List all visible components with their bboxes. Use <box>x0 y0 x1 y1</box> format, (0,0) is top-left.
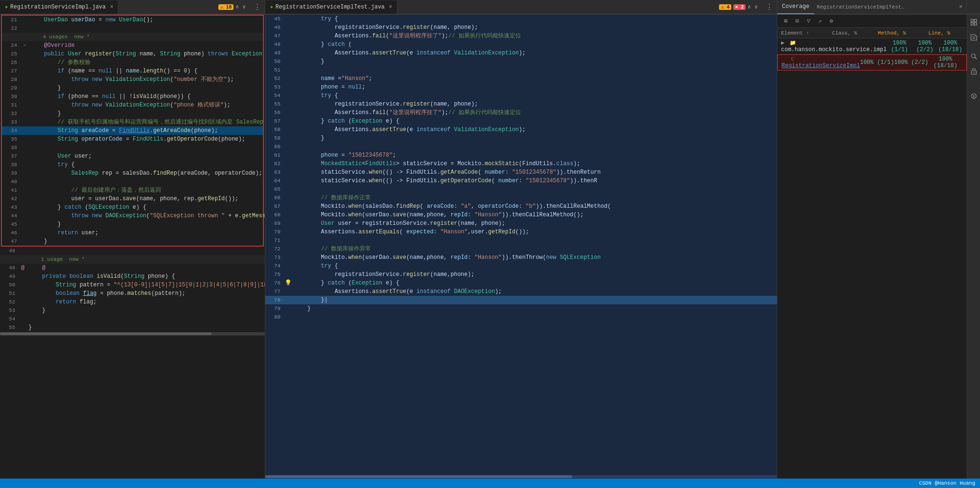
code-line-32: 32 } <box>2 109 263 118</box>
code-line-31: 31 throw new ValidationException("phone … <box>2 101 263 109</box>
package-class-pct: 100% (1/1) <box>887 40 912 53</box>
left-tab-close[interactable]: × <box>110 4 113 10</box>
expand-all-btn[interactable]: ⊞ <box>781 17 791 26</box>
coverage-toolbar: ⊞ ⊟ ▽ ↗ ⚙ <box>777 15 967 28</box>
col-element-header: Element ↑ <box>781 30 821 36</box>
right-line-51: 51 <box>265 66 777 74</box>
right-side-icons <box>967 15 980 479</box>
sidebar-icon-1[interactable] <box>969 18 979 27</box>
right-tab-close[interactable]: × <box>389 4 392 10</box>
right-line-77: 77 Assertions.assertTrue(e instanceof DA… <box>265 287 777 296</box>
nav-arrows-right[interactable]: ∧ ∨ <box>747 3 758 10</box>
code-line-47: 47 } <box>2 237 263 246</box>
right-line-59: 59 } <box>265 134 777 142</box>
right-line-61: 61 phone = "15012345678"; <box>265 151 777 160</box>
svg-rect-1 <box>974 19 977 22</box>
code-line-26: 26 // 参数校验 <box>2 58 263 67</box>
left-code-area[interactable]: 21 UserDao userDao = new UserDao(); 22 4… <box>0 15 265 479</box>
code-line-45: 45 } <box>2 220 263 229</box>
sidebar-icon-2[interactable] <box>969 33 979 42</box>
bottom-text: CSDN @Hanson Huang <box>919 480 975 486</box>
left-tab-menu[interactable]: ⋮ <box>250 2 265 12</box>
col-method-header: Method, % <box>868 30 916 36</box>
right-line-67: 67 Mockito.when(salesDao.findRep( areaCo… <box>265 202 777 211</box>
folder-open-icon: 📁 <box>790 40 796 46</box>
code-line-49-meta: 1 usage new * <box>0 255 265 264</box>
code-line-36: 36 <box>2 143 263 152</box>
code-line-34: 34 String areaCode = FindUtils.getAreaCo… <box>2 126 263 135</box>
code-line-30: 30 if (phone == null || !isValid(phone))… <box>2 92 263 101</box>
coverage-tab[interactable]: Coverage <box>777 0 814 14</box>
main-content: 21 UserDao userDao = new UserDao(); 22 4… <box>0 15 980 479</box>
right-tab-label: RegistrationServiceImplTest.java <box>276 4 385 10</box>
package-method-pct: 100% (2/2) <box>912 40 938 53</box>
code-line-22: 22 <box>2 24 263 33</box>
code-line-40: 40 <box>2 177 263 186</box>
collapse-all-btn[interactable]: ⊟ <box>792 17 802 26</box>
filter-btn[interactable]: ▽ <box>804 17 813 26</box>
warning-badge-left: ⚠ 18 <box>218 4 234 10</box>
code-line-37: 37 User user; <box>2 152 263 160</box>
left-editor: 21 UserDao userDao = new UserDao(); 22 4… <box>0 15 265 479</box>
code-line-23-meta: 4 usages new * <box>2 33 263 41</box>
code-line-44: 44 throw new DAOException("SQLException … <box>2 212 263 220</box>
folder-icon: ▶ <box>781 40 784 46</box>
code-line-46: 46 return user; <box>2 229 263 237</box>
svg-line-7 <box>975 57 977 59</box>
right-code-area[interactable]: 45 try { 46 registrationService.register… <box>265 15 777 475</box>
tab-right-file[interactable]: ● RegistrationServiceImplTest.java × <box>265 0 397 14</box>
code-line-56: 54 <box>0 315 265 323</box>
right-line-60: 60 <box>265 142 777 151</box>
sidebar-icon-4[interactable] <box>969 67 979 76</box>
class-line-pct: 100% (18/18) <box>928 56 962 69</box>
code-line-48: 48 <box>0 247 265 255</box>
nav-arrows-left[interactable]: ∧ ∨ <box>235 3 246 10</box>
export-btn[interactable]: ↗ <box>815 17 825 26</box>
code-line-51: 49 private boolean isValid(String phone)… <box>0 272 265 281</box>
coverage-empty <box>777 71 967 479</box>
right-line-48: 48 } catch ( <box>265 40 777 49</box>
col-class-header: Class, % <box>821 30 868 36</box>
right-line-63: 63 staticService.when(() -> FindUtils.ge… <box>265 168 777 177</box>
code-line-54: 52 return flag; <box>0 298 265 306</box>
col-line-header: Line, % <box>916 30 963 36</box>
svg-rect-2 <box>971 23 973 25</box>
code-line-29: 29 } <box>2 84 263 92</box>
right-line-53: 53 phone = null; <box>265 83 777 91</box>
code-line-27: 27 if (name == null || name.length() == … <box>2 67 263 75</box>
coverage-tab2[interactable]: RegistrationServiceImplTest.register <box>814 4 909 10</box>
code-line-39: 39 SalesRep rep = salesDao.findRep(areaC… <box>2 169 263 177</box>
java-icon-left: ● <box>5 4 8 10</box>
code-line-55: 53 } <box>0 306 265 315</box>
package-element: ▶ 📁 com.hanson.mockito.service.impl <box>781 39 887 53</box>
right-line-78: 78 }| <box>265 296 777 304</box>
right-tab-menu[interactable]: ⋮ <box>762 2 777 12</box>
sidebar-icon-3[interactable] <box>969 52 979 61</box>
svg-rect-3 <box>974 23 977 25</box>
right-line-65: 65 <box>265 185 777 194</box>
code-line-43: 43 } catch (SQLException e) { <box>2 203 263 212</box>
right-editor: 45 try { 46 registrationService.register… <box>265 15 777 479</box>
left-scrollbar[interactable] <box>0 332 265 336</box>
code-line-33: 33 // 获取手机号归属地编号和运营商编号，然后通过编号找到区域内是 Sale… <box>2 118 263 126</box>
right-panel-top <box>967 0 980 14</box>
coverage-close[interactable]: × <box>955 4 966 10</box>
package-line-pct: 100% (18/18) <box>937 40 963 53</box>
class-icon: C <box>791 56 794 62</box>
svg-point-6 <box>971 54 975 58</box>
code-line-24: 24 ↗ @Override <box>2 41 263 50</box>
right-line-57: 57 } catch (Exception e) { <box>265 117 777 125</box>
coverage-row-package[interactable]: ▶ 📁 com.hanson.mockito.service.impl 100%… <box>777 38 967 54</box>
coverage-panel: ⊞ ⊟ ▽ ↗ ⚙ Element ↑ Class, % Method, % L… <box>777 15 967 479</box>
code-line-35: 35 String operatorCode = FindUtils.getOp… <box>2 135 263 143</box>
settings-btn[interactable]: ⚙ <box>827 17 836 26</box>
coverage-row-class[interactable]: C RegistrationServiceImpl 100% (1/1) 100… <box>777 54 967 71</box>
right-line-49: 49 Assertions.assertTrue(e instanceof Va… <box>265 49 777 57</box>
warning-badge-right: ⚠ 4 <box>719 4 731 10</box>
sidebar-icon-5[interactable] <box>969 91 979 101</box>
code-line-21: 21 UserDao userDao = new UserDao(); <box>2 16 263 24</box>
java-icon-right: ● <box>270 4 273 10</box>
right-scrollbar[interactable] <box>265 475 777 479</box>
tab-left-file[interactable]: ● RegistrationServiceImpl.java × <box>0 0 118 14</box>
code-line-53: 51 boolean flag = phone.matches(pattern)… <box>0 289 265 298</box>
